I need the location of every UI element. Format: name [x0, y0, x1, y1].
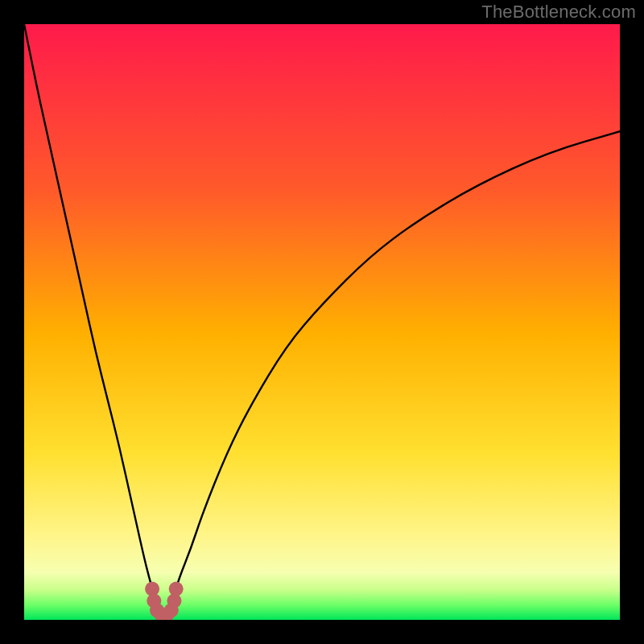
watermark-text: TheBottleneck.com — [481, 2, 636, 23]
chart-plot-area — [24, 24, 620, 620]
chart-svg — [24, 24, 620, 620]
chart-frame: TheBottleneck.com — [0, 0, 644, 644]
gradient-background — [24, 24, 620, 620]
marker-dot — [169, 582, 184, 597]
